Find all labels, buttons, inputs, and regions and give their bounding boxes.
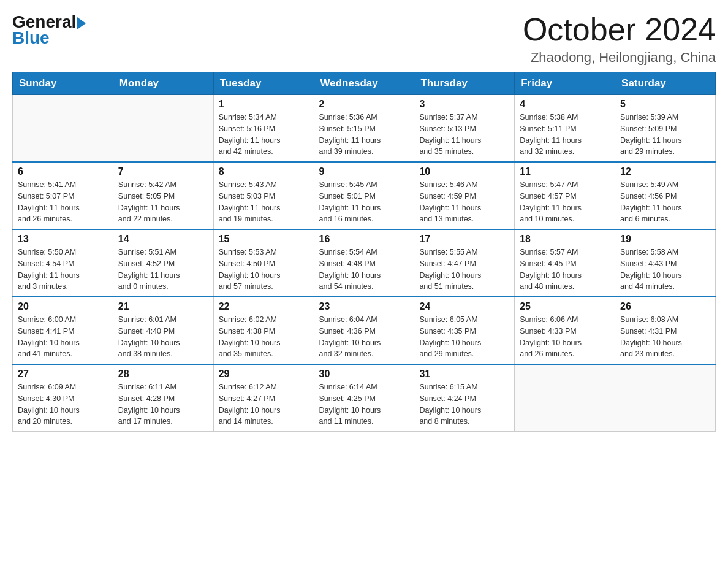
- weekday-header-thursday: Thursday: [414, 72, 515, 95]
- day-info: Sunrise: 5:46 AMSunset: 4:59 PMDaylight:…: [419, 179, 509, 225]
- calendar-cell: 3Sunrise: 5:37 AMSunset: 5:13 PMDaylight…: [414, 95, 515, 163]
- calendar-cell: 27Sunrise: 6:09 AMSunset: 4:30 PMDayligh…: [13, 364, 113, 432]
- calendar-cell: 1Sunrise: 5:34 AMSunset: 5:16 PMDaylight…: [213, 95, 314, 163]
- calendar-cell: [515, 364, 615, 432]
- title-block: October 2024 Zhaodong, Heilongjiang, Chi…: [523, 12, 716, 66]
- day-info: Sunrise: 6:04 AMSunset: 4:36 PMDaylight:…: [319, 314, 409, 360]
- day-info: Sunrise: 5:57 AMSunset: 4:45 PMDaylight:…: [520, 247, 610, 293]
- day-info: Sunrise: 5:45 AMSunset: 5:01 PMDaylight:…: [319, 179, 409, 225]
- calendar-cell: 17Sunrise: 5:55 AMSunset: 4:47 PMDayligh…: [414, 229, 515, 297]
- day-info: Sunrise: 5:42 AMSunset: 5:05 PMDaylight:…: [118, 179, 208, 225]
- day-info: Sunrise: 5:34 AMSunset: 5:16 PMDaylight:…: [219, 112, 309, 158]
- day-number: 7: [118, 166, 208, 177]
- calendar-cell: 20Sunrise: 6:00 AMSunset: 4:41 PMDayligh…: [13, 297, 113, 364]
- calendar-cell: [13, 95, 113, 163]
- day-number: 25: [520, 301, 610, 312]
- calendar-header-row: SundayMondayTuesdayWednesdayThursdayFrid…: [13, 72, 716, 95]
- calendar-cell: 23Sunrise: 6:04 AMSunset: 4:36 PMDayligh…: [314, 297, 414, 364]
- weekday-header-wednesday: Wednesday: [314, 72, 414, 95]
- day-info: Sunrise: 6:01 AMSunset: 4:40 PMDaylight:…: [118, 314, 208, 360]
- calendar-cell: 13Sunrise: 5:50 AMSunset: 4:54 PMDayligh…: [13, 229, 113, 297]
- day-number: 9: [319, 166, 409, 177]
- calendar-cell: 8Sunrise: 5:43 AMSunset: 5:03 PMDaylight…: [213, 162, 314, 229]
- calendar-cell: 7Sunrise: 5:42 AMSunset: 5:05 PMDaylight…: [113, 162, 213, 229]
- day-number: 24: [419, 301, 509, 312]
- calendar-cell: 2Sunrise: 5:36 AMSunset: 5:15 PMDaylight…: [314, 95, 414, 163]
- calendar-cell: 18Sunrise: 5:57 AMSunset: 4:45 PMDayligh…: [515, 229, 615, 297]
- day-number: 8: [219, 166, 309, 177]
- day-info: Sunrise: 5:51 AMSunset: 4:52 PMDaylight:…: [118, 247, 208, 293]
- day-number: 4: [520, 99, 610, 110]
- day-number: 6: [18, 166, 108, 177]
- calendar-cell: 30Sunrise: 6:14 AMSunset: 4:25 PMDayligh…: [314, 364, 414, 432]
- day-info: Sunrise: 5:37 AMSunset: 5:13 PMDaylight:…: [419, 112, 509, 158]
- calendar-cell: 12Sunrise: 5:49 AMSunset: 4:56 PMDayligh…: [615, 162, 716, 229]
- day-info: Sunrise: 5:36 AMSunset: 5:15 PMDaylight:…: [319, 112, 409, 158]
- day-number: 18: [520, 234, 610, 245]
- calendar-cell: 6Sunrise: 5:41 AMSunset: 5:07 PMDaylight…: [13, 162, 113, 229]
- day-number: 22: [219, 301, 309, 312]
- day-number: 3: [419, 99, 509, 110]
- day-info: Sunrise: 6:02 AMSunset: 4:38 PMDaylight:…: [219, 314, 309, 360]
- day-number: 13: [18, 234, 108, 245]
- calendar-cell: 28Sunrise: 6:11 AMSunset: 4:28 PMDayligh…: [113, 364, 213, 432]
- calendar-cell: 5Sunrise: 5:39 AMSunset: 5:09 PMDaylight…: [615, 95, 716, 163]
- day-number: 5: [620, 99, 710, 110]
- day-number: 11: [520, 166, 610, 177]
- month-title: October 2024: [523, 12, 716, 47]
- logo: General Blue: [12, 12, 86, 48]
- day-number: 10: [419, 166, 509, 177]
- day-info: Sunrise: 5:55 AMSunset: 4:47 PMDaylight:…: [419, 247, 509, 293]
- logo-triangle-icon: [77, 17, 86, 29]
- calendar-table: SundayMondayTuesdayWednesdayThursdayFrid…: [12, 72, 716, 432]
- day-info: Sunrise: 5:58 AMSunset: 4:43 PMDaylight:…: [620, 247, 710, 293]
- calendar-cell: 4Sunrise: 5:38 AMSunset: 5:11 PMDaylight…: [515, 95, 615, 163]
- logo-blue-text: Blue: [12, 28, 50, 48]
- day-info: Sunrise: 5:53 AMSunset: 4:50 PMDaylight:…: [219, 247, 309, 293]
- calendar-cell: 31Sunrise: 6:15 AMSunset: 4:24 PMDayligh…: [414, 364, 515, 432]
- calendar-cell: 26Sunrise: 6:08 AMSunset: 4:31 PMDayligh…: [615, 297, 716, 364]
- day-number: 31: [419, 369, 509, 380]
- calendar-cell: 9Sunrise: 5:45 AMSunset: 5:01 PMDaylight…: [314, 162, 414, 229]
- day-number: 23: [319, 301, 409, 312]
- weekday-header-saturday: Saturday: [615, 72, 716, 95]
- calendar-cell: [113, 95, 213, 163]
- day-number: 30: [319, 369, 409, 380]
- day-number: 12: [620, 166, 710, 177]
- day-number: 2: [319, 99, 409, 110]
- day-info: Sunrise: 6:15 AMSunset: 4:24 PMDaylight:…: [419, 381, 509, 427]
- day-info: Sunrise: 6:06 AMSunset: 4:33 PMDaylight:…: [520, 314, 610, 360]
- day-number: 17: [419, 234, 509, 245]
- day-number: 16: [319, 234, 409, 245]
- calendar-cell: 21Sunrise: 6:01 AMSunset: 4:40 PMDayligh…: [113, 297, 213, 364]
- day-number: 20: [18, 301, 108, 312]
- calendar-cell: 25Sunrise: 6:06 AMSunset: 4:33 PMDayligh…: [515, 297, 615, 364]
- location-title: Zhaodong, Heilongjiang, China: [523, 50, 716, 66]
- day-number: 28: [118, 369, 208, 380]
- day-info: Sunrise: 5:38 AMSunset: 5:11 PMDaylight:…: [520, 112, 610, 158]
- calendar-cell: 22Sunrise: 6:02 AMSunset: 4:38 PMDayligh…: [213, 297, 314, 364]
- day-number: 1: [219, 99, 309, 110]
- weekday-header-tuesday: Tuesday: [213, 72, 314, 95]
- day-number: 14: [118, 234, 208, 245]
- day-number: 26: [620, 301, 710, 312]
- day-number: 21: [118, 301, 208, 312]
- day-info: Sunrise: 5:49 AMSunset: 4:56 PMDaylight:…: [620, 179, 710, 225]
- calendar-cell: 10Sunrise: 5:46 AMSunset: 4:59 PMDayligh…: [414, 162, 515, 229]
- calendar-cell: 15Sunrise: 5:53 AMSunset: 4:50 PMDayligh…: [213, 229, 314, 297]
- day-info: Sunrise: 6:12 AMSunset: 4:27 PMDaylight:…: [219, 381, 309, 427]
- day-info: Sunrise: 5:41 AMSunset: 5:07 PMDaylight:…: [18, 179, 108, 225]
- calendar-cell: 24Sunrise: 6:05 AMSunset: 4:35 PMDayligh…: [414, 297, 515, 364]
- weekday-header-friday: Friday: [515, 72, 615, 95]
- day-info: Sunrise: 6:00 AMSunset: 4:41 PMDaylight:…: [18, 314, 108, 360]
- weekday-header-sunday: Sunday: [13, 72, 113, 95]
- calendar-cell: 19Sunrise: 5:58 AMSunset: 4:43 PMDayligh…: [615, 229, 716, 297]
- day-info: Sunrise: 6:11 AMSunset: 4:28 PMDaylight:…: [118, 381, 208, 427]
- day-info: Sunrise: 6:05 AMSunset: 4:35 PMDaylight:…: [419, 314, 509, 360]
- day-info: Sunrise: 6:08 AMSunset: 4:31 PMDaylight:…: [620, 314, 710, 360]
- day-info: Sunrise: 5:50 AMSunset: 4:54 PMDaylight:…: [18, 247, 108, 293]
- day-info: Sunrise: 5:39 AMSunset: 5:09 PMDaylight:…: [620, 112, 710, 158]
- day-info: Sunrise: 5:47 AMSunset: 4:57 PMDaylight:…: [520, 179, 610, 225]
- calendar-week-3: 13Sunrise: 5:50 AMSunset: 4:54 PMDayligh…: [13, 229, 716, 297]
- calendar-week-2: 6Sunrise: 5:41 AMSunset: 5:07 PMDaylight…: [13, 162, 716, 229]
